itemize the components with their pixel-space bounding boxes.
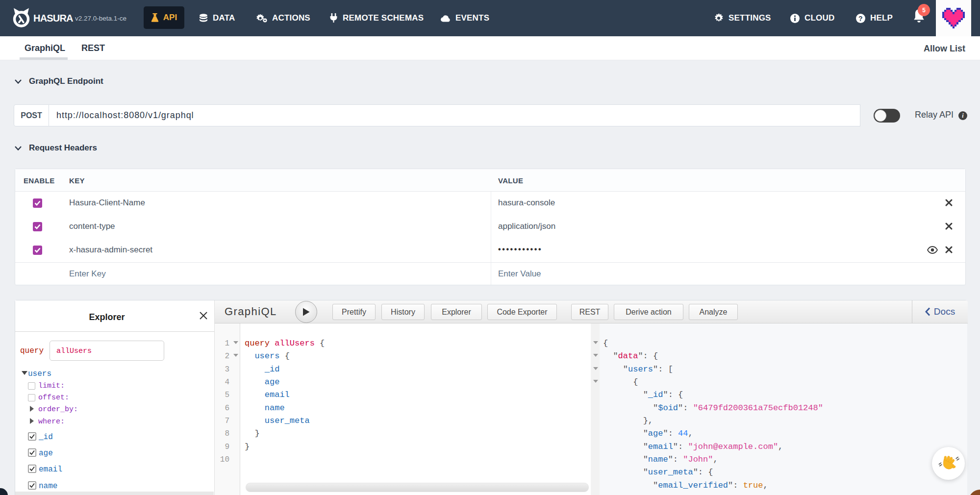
svg-text:?: ? [858,14,863,22]
